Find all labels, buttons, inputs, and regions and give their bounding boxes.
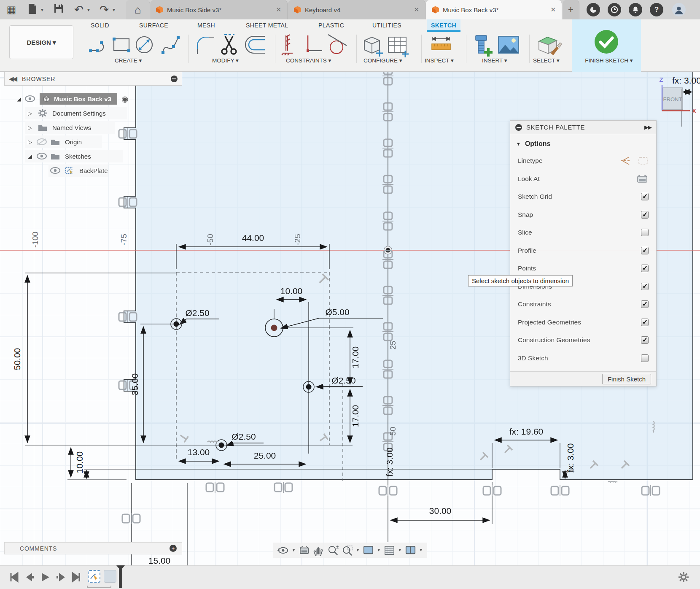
projected-geometries-checkbox[interactable]: [641, 319, 649, 326]
orbit-icon[interactable]: [277, 545, 289, 556]
dimension-label[interactable]: 10.00: [75, 451, 84, 474]
dimension-label[interactable]: 10.00: [280, 286, 303, 296]
new-document-tab-button[interactable]: +: [563, 0, 579, 19]
visibility-eye-icon[interactable]: [50, 167, 61, 174]
snap-checkbox[interactable]: [641, 211, 649, 219]
dimension-label[interactable]: 17.00: [350, 346, 360, 369]
app-grid-icon[interactable]: ▦: [5, 3, 18, 16]
constraints-group-label[interactable]: CONSTRAINTS ▾: [286, 57, 331, 64]
construction-linetype-icon[interactable]: [638, 156, 649, 165]
dimension-label[interactable]: fx: 19.60: [509, 427, 544, 436]
comments-bar[interactable]: COMMENTS +: [4, 542, 182, 554]
grid-settings-caret[interactable]: ▼: [398, 548, 402, 552]
zoom-caret[interactable]: ▼: [356, 548, 360, 552]
browser-header[interactable]: ◀◀ BROWSER: [4, 72, 182, 86]
tangent-constraint-icon[interactable]: [326, 34, 349, 57]
finish-sketch-button[interactable]: FINISH SKETCH ▾: [572, 19, 641, 72]
workspace-selector[interactable]: DESIGN ▾: [9, 25, 73, 59]
insert-fastener-icon[interactable]: [471, 34, 495, 59]
collapsed-triangle-icon[interactable]: ▷: [24, 124, 35, 131]
timeline-step-back-button[interactable]: [24, 572, 35, 583]
look-at-icon[interactable]: [637, 174, 648, 184]
visibility-off-eye-icon[interactable]: [36, 138, 47, 146]
dimension-label[interactable]: 13.00: [188, 447, 210, 457]
points-checkbox[interactable]: [641, 265, 649, 272]
display-settings-icon[interactable]: [363, 545, 374, 556]
undo-icon[interactable]: ↶: [73, 3, 85, 16]
zoom-window-icon[interactable]: [342, 545, 353, 556]
timeline-position-marker[interactable]: [119, 566, 122, 588]
dimension-label[interactable]: 30.00: [429, 506, 452, 516]
sketch-grid-checkbox[interactable]: [641, 193, 649, 200]
sketch-palette-header[interactable]: SKETCH PALETTE ▶▶: [510, 121, 656, 134]
line-tool-icon[interactable]: [88, 34, 110, 57]
home-tab[interactable]: ⌂: [126, 0, 150, 19]
slice-checkbox[interactable]: [641, 229, 649, 236]
circle-tool-icon[interactable]: [133, 34, 155, 57]
timeline-step-forward-button[interactable]: [56, 572, 67, 583]
construction-geometries-checkbox[interactable]: [641, 336, 649, 344]
display-settings-caret[interactable]: ▼: [377, 548, 381, 552]
collapse-panel-icon[interactable]: ▶▶: [644, 124, 651, 130]
dimension-label[interactable]: Ø5.00: [325, 307, 349, 317]
redo-caret[interactable]: ▼: [112, 8, 116, 12]
modify-group-label[interactable]: MODIFY ▾: [212, 57, 239, 64]
select-tool-icon[interactable]: [536, 34, 562, 59]
centerline-linetype-icon[interactable]: [620, 156, 631, 165]
select-group-label[interactable]: SELECT ▾: [533, 57, 560, 64]
tab-mesh[interactable]: MESH: [193, 19, 219, 32]
undo-caret[interactable]: ▼: [86, 8, 91, 12]
collapsed-triangle-icon[interactable]: ▷: [24, 139, 35, 145]
tab-surface[interactable]: SURFACE: [135, 19, 172, 32]
insert-group-label[interactable]: INSERT ▾: [482, 57, 507, 64]
document-tab-active[interactable]: Music Box Back v3* ✕: [426, 0, 562, 19]
dimension-label[interactable]: fx: 3.00: [672, 76, 700, 85]
offset-tool-icon[interactable]: [243, 34, 267, 57]
remove-icon[interactable]: [515, 124, 522, 131]
browser-row-root[interactable]: ◢ Music Box Back v3 ◉: [4, 92, 182, 106]
expanded-triangle-icon[interactable]: ◢: [13, 96, 24, 102]
dimension-label[interactable]: Ø2.50: [331, 376, 355, 385]
rectangle-tool-icon[interactable]: [110, 34, 132, 57]
viewports-caret[interactable]: ▼: [419, 548, 423, 552]
collapsed-triangle-icon[interactable]: ▷: [24, 110, 35, 116]
dimension-label[interactable]: 44.00: [242, 233, 264, 243]
extensions-icon[interactable]: [587, 3, 600, 16]
finish-sketch-palette-button[interactable]: Finish Sketch: [602, 374, 651, 384]
dimension-label[interactable]: 25.00: [254, 451, 276, 460]
dimension-label[interactable]: fx: 3.00: [385, 448, 394, 477]
file-menu-icon[interactable]: [26, 3, 39, 16]
notifications-bell-icon[interactable]: [629, 3, 642, 16]
document-tab[interactable]: Keyboard v4 ✕: [288, 0, 425, 19]
dimension-label[interactable]: 17.00: [350, 405, 360, 427]
tab-plastic[interactable]: PLASTIC: [314, 19, 348, 32]
close-tab-icon[interactable]: ✕: [414, 6, 419, 14]
document-tab[interactable]: Music Box Side v3* ✕: [150, 0, 288, 19]
look-at-face-icon[interactable]: [299, 545, 310, 556]
options-section-header[interactable]: ▼ Options: [510, 134, 656, 152]
zoom-icon[interactable]: ±: [327, 545, 339, 556]
browser-row-named-views[interactable]: ▷ Named Views: [4, 120, 182, 135]
timeline-sketch-feature[interactable]: [88, 570, 100, 583]
component-root-item[interactable]: Music Box Back v3: [40, 93, 117, 105]
grid-settings-icon[interactable]: [384, 545, 395, 556]
expanded-triangle-icon[interactable]: ◢: [24, 153, 35, 159]
tab-solid[interactable]: SOLID: [86, 19, 113, 32]
tab-utilities[interactable]: UTILITIES: [368, 19, 406, 32]
configure-cube-icon[interactable]: [361, 34, 385, 59]
file-menu-caret[interactable]: ▼: [40, 8, 44, 12]
orbit-caret[interactable]: ▼: [292, 548, 296, 552]
dimension-label[interactable]: 35.00: [130, 373, 140, 396]
browser-row-backplate[interactable]: BackPlate: [4, 163, 182, 178]
configure-group-label[interactable]: CONFIGURE ▾: [363, 57, 402, 64]
tab-sketch[interactable]: SKETCH: [427, 19, 460, 32]
viewports-icon[interactable]: [405, 545, 416, 556]
create-group-label[interactable]: CREATE ▾: [115, 57, 142, 64]
close-tab-icon[interactable]: ✕: [276, 6, 281, 14]
remove-icon[interactable]: [171, 76, 178, 82]
collapse-browser-icon[interactable]: ◀◀: [9, 75, 16, 83]
avatar[interactable]: [672, 3, 686, 16]
spline-tool-icon[interactable]: [159, 34, 181, 57]
dimension-label[interactable]: 15.00: [148, 556, 171, 565]
measure-tool-icon[interactable]: [429, 34, 453, 57]
